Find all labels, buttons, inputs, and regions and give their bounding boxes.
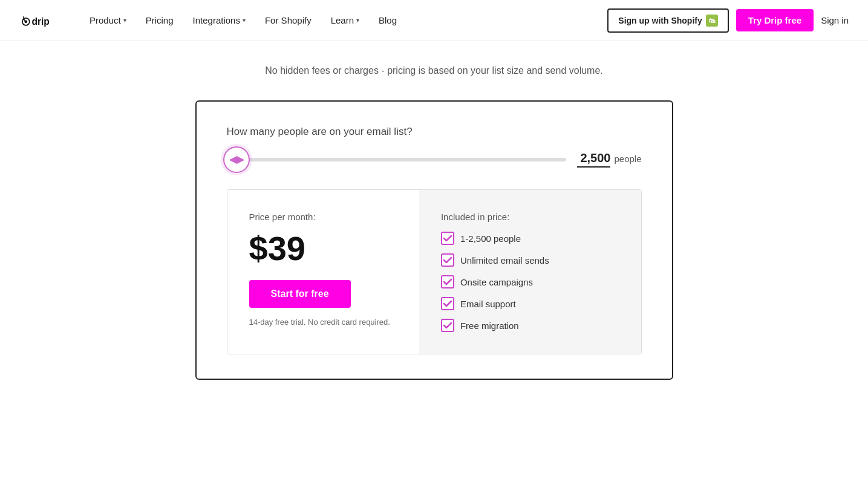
chevron-icon: ▾ xyxy=(123,17,126,24)
item-label: Onsite campaigns xyxy=(460,277,533,287)
price-per-month-label: Price per month: xyxy=(249,212,397,222)
shopify-signup-button[interactable]: Sign up with Shopify 🛍 xyxy=(607,8,728,33)
nav-links: Product ▾ Pricing Integrations ▾ For Sho… xyxy=(80,10,406,30)
included-list: 1-2,500 people Unlimited email sends Ons… xyxy=(441,232,619,332)
nav-pricing[interactable]: Pricing xyxy=(136,10,183,30)
svg-text:drip: drip xyxy=(31,16,49,27)
checkmark-icon xyxy=(441,253,454,267)
list-item: 1-2,500 people xyxy=(441,232,619,245)
nav-blog[interactable]: Blog xyxy=(369,10,406,30)
pricing-subtitle: No hidden fees or charges - pricing is b… xyxy=(12,65,856,76)
nav-right: Sign up with Shopify 🛍 Try Drip free Sig… xyxy=(607,8,849,33)
nav-integrations[interactable]: Integrations ▾ xyxy=(183,10,255,30)
list-item: Email support xyxy=(441,297,619,310)
slider-row: ◀▶ 2,500 people xyxy=(227,151,642,168)
logo[interactable]: drip xyxy=(19,10,63,31)
checkmark-icon xyxy=(441,319,454,332)
navbar: drip Product ▾ Pricing Integrations ▾ Fo… xyxy=(0,0,868,41)
pricing-columns: Price per month: $39 Start for free 14-d… xyxy=(227,189,642,354)
shopify-icon: 🛍 xyxy=(706,15,718,27)
slider-value-wrap: 2,500 people xyxy=(577,151,641,168)
pricing-card: How many people are on your email list? … xyxy=(195,100,673,380)
nav-for-shopify[interactable]: For Shopify xyxy=(255,10,321,30)
checkmark-icon xyxy=(441,297,454,310)
try-drip-free-button[interactable]: Try Drip free xyxy=(736,9,814,31)
main-content: No hidden fees or charges - pricing is b… xyxy=(0,41,868,416)
list-item: Onsite campaigns xyxy=(441,275,619,288)
item-label: Email support xyxy=(460,299,516,309)
list-item: Unlimited email sends xyxy=(441,253,619,267)
included-label: Included in price: xyxy=(441,212,619,222)
included-column: Included in price: 1-2,500 people Unlimi… xyxy=(419,190,641,354)
slider-question: How many people are on your email list? xyxy=(227,126,642,138)
list-item: Free migration xyxy=(441,319,619,332)
checkmark-icon xyxy=(441,275,454,288)
price-column: Price per month: $39 Start for free 14-d… xyxy=(227,190,419,354)
chevron-icon: ▾ xyxy=(356,17,359,24)
nav-product[interactable]: Product ▾ xyxy=(80,10,136,30)
price-amount: $39 xyxy=(249,232,397,266)
trial-note: 14-day free trial. No credit card requir… xyxy=(249,318,397,327)
item-label: Free migration xyxy=(460,321,519,331)
slider-track xyxy=(227,158,567,161)
item-label: Unlimited email sends xyxy=(460,255,549,266)
checkmark-icon xyxy=(441,232,454,245)
signin-button[interactable]: Sign in xyxy=(821,15,849,25)
slider-track-wrap: ◀▶ xyxy=(227,158,567,161)
slider-arrows-icon: ◀▶ xyxy=(229,154,244,165)
slider-handle[interactable]: ◀▶ xyxy=(223,146,250,173)
chevron-icon: ▾ xyxy=(243,17,246,24)
start-for-free-button[interactable]: Start for free xyxy=(249,280,351,308)
slider-value: 2,500 xyxy=(577,151,610,168)
slider-section: How many people are on your email list? … xyxy=(227,126,642,168)
slider-unit: people xyxy=(614,154,641,164)
nav-left: drip Product ▾ Pricing Integrations ▾ Fo… xyxy=(19,10,406,31)
item-label: 1-2,500 people xyxy=(460,233,521,244)
nav-learn[interactable]: Learn ▾ xyxy=(321,10,369,30)
